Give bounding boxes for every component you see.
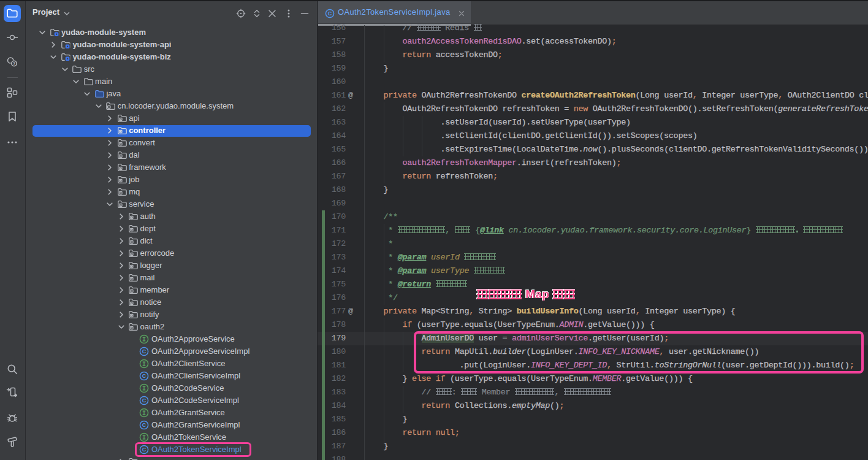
svg-text:C: C (142, 348, 147, 355)
svg-text:C: C (142, 422, 147, 428)
svg-text:C: C (328, 10, 332, 17)
svg-text:C: C (142, 397, 147, 404)
svg-text:C: C (142, 373, 147, 379)
